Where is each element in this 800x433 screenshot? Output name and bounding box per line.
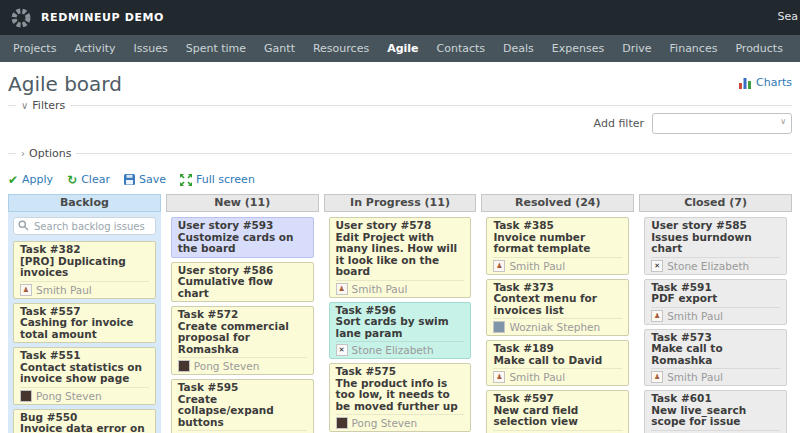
card-bug-550[interactable]: Bug #550Invoice data error on statistics… [13,409,156,433]
card-assignee: Pong Steven [336,414,465,429]
nav-item-spent-time[interactable]: Spent time [177,42,255,55]
column-new: New (11)User story #593Customize cards o… [166,194,319,433]
card-issue-id[interactable]: User story #585 [651,220,780,232]
card-task-557[interactable]: Task #557Cashing for invoice total amoun… [13,303,156,344]
assignee-name: Smith Paul [667,310,723,322]
redmineup-logo-icon [10,7,32,29]
nav-item-drive[interactable]: Drive [613,42,660,55]
card-task-189[interactable]: Task #189Make call to David♟Smith Paul [486,340,629,386]
card-task-385[interactable]: Task #385Invoice number format template♟… [486,217,629,275]
card-task-572[interactable]: Task #572Create commercial proposal for … [171,306,314,375]
avatar: ♟ [20,284,32,296]
column-body-new: User story #593Customize cards on the bo… [166,212,319,433]
main-nav: ProjectsActivityIssuesSpent timeGanttRes… [0,35,800,62]
card-issue-id[interactable]: Task #601 [651,393,780,405]
column-header-inprogress: In Progress (11) [324,194,477,212]
nav-item-resources[interactable]: Resources [304,42,378,55]
card-task-597[interactable]: Task #597New card field selection view♟S… [486,390,629,433]
nav-item-products[interactable]: Products [726,42,792,55]
apply-button[interactable]: ✔ Apply [8,173,53,186]
clear-button[interactable]: ↻ Clear [67,173,110,186]
card-user-story-593[interactable]: User story #593Customize cards on the bo… [171,217,314,258]
column-header-new: New (11) [166,194,319,212]
filters-toggle[interactable]: ∨Filters [16,99,70,112]
nav-item-issues[interactable]: Issues [125,42,177,55]
card-subject: Cumulative flow chart [178,276,307,299]
avatar [178,360,190,372]
nav-item-agile[interactable]: Agile [378,42,427,55]
card-assignee: ♟Smith Paul [651,430,780,433]
column-body-backlog: Task #382[PRO] Duplicating invoices♟Smit… [8,212,161,433]
bar-chart-icon [739,77,752,89]
card-subject: Invoice data error on statistics [20,423,149,433]
card-task-551[interactable]: Task #551Contact statistics on invoice s… [13,347,156,405]
add-filter-label: Add filter [594,117,644,130]
backlog-search-input[interactable] [13,217,156,235]
avatar: ♟ [651,371,663,383]
card-user-story-578[interactable]: User story #578Edit Project with many li… [329,217,472,298]
card-user-story-585[interactable]: User story #585Issues burndown chart✕Sto… [644,217,787,275]
card-assignee: Wozniak Stephen [493,318,622,333]
card-subject: Create commercial proposal for Romashka [178,321,307,356]
card-assignee: ♟Smith Paul [651,368,780,383]
check-icon: ✔ [8,175,18,185]
card-assignee: ♟Smith Paul [20,281,149,296]
card-task-596[interactable]: Task #596Sort cards by swim lane param✕S… [329,302,472,360]
card-task-591[interactable]: Task #591PDF export♟Smith Paul [644,279,787,325]
nav-item-expenses[interactable]: Expenses [543,42,613,55]
card-subject: PDF export [651,293,780,305]
assignee-name: Stone Elizabeth [352,344,434,356]
column-backlog: BacklogTask #382[PRO] Duplicating invoic… [8,194,161,433]
refresh-icon: ↻ [67,175,77,185]
card-issue-id[interactable]: Task #572 [178,309,307,321]
nav-item-contacts[interactable]: Contacts [428,42,495,55]
avatar: ♟ [336,283,348,295]
column-closed: Closed (7)User story #585Issues burndown… [639,194,792,433]
card-subject: Sort cards by swim lane param [336,316,465,339]
card-issue-id[interactable]: User story #578 [336,220,465,232]
nav-item-orders[interactable]: Orders [792,42,800,55]
card-issue-id[interactable]: Task #551 [20,350,149,362]
column-body-inprogress: User story #578Edit Project with many li… [324,212,477,433]
card-task-595[interactable]: Task #595Create collapse/expand buttons♟… [171,379,314,433]
card-task-573[interactable]: Task #573Make call to Romashka♟Smith Pau… [644,329,787,387]
card-subject: New card field selection view [493,405,622,428]
nav-item-finances[interactable]: Finances [661,42,727,55]
card-issue-id[interactable]: Task #385 [493,220,622,232]
card-user-story-586[interactable]: User story #586Cumulative flow chart [171,262,314,303]
options-toggle[interactable]: ›Options [16,147,76,160]
avatar: ♟ [493,371,505,383]
card-task-382[interactable]: Task #382[PRO] Duplicating invoices♟Smit… [13,241,156,299]
card-task-373[interactable]: Task #373Context menu for invoices listW… [486,279,629,337]
card-assignee: ♟Smith Paul [651,307,780,322]
page-title: Agile board [8,72,122,96]
card-issue-id[interactable]: Task #595 [178,382,307,394]
card-issue-id[interactable]: Task #597 [493,393,622,405]
card-subject: The product info is too low, it needs to… [336,378,465,413]
card-issue-id[interactable]: Task #575 [336,366,465,378]
nav-item-projects[interactable]: Projects [4,42,65,55]
assignee-name: Smith Paul [509,371,565,383]
fullscreen-button[interactable]: Full screen [180,173,255,186]
card-subject: [PRO] Duplicating invoices [20,256,149,279]
nav-item-deals[interactable]: Deals [494,42,543,55]
card-subject: New live_search scope for issue [651,405,780,428]
card-task-575[interactable]: Task #575The product info is too low, it… [329,363,472,432]
avatar [336,417,348,429]
card-subject: Issues burndown chart [651,232,780,255]
card-issue-id[interactable]: User story #593 [178,220,307,232]
search-icon [18,220,29,231]
card-issue-id[interactable]: Task #189 [493,343,622,355]
board-toolbar: ✔ Apply ↻ Clear Save Fu [8,173,792,186]
nav-item-activity[interactable]: Activity [65,42,124,55]
add-filter-select[interactable] [652,113,792,134]
charts-link[interactable]: Charts [739,76,792,89]
save-button[interactable]: Save [124,173,166,186]
nav-item-gantt[interactable]: Gantt [255,42,304,55]
card-task-601[interactable]: Task #601New live_search scope for issue… [644,390,787,433]
card-subject: Contact statistics on invoice show page [20,362,149,385]
search-label[interactable]: Sea [778,10,799,23]
card-assignee: ✕Stone Elizabeth [651,257,780,272]
avatar: ✕ [651,260,663,272]
card-issue-id[interactable]: Task #382 [20,244,149,256]
